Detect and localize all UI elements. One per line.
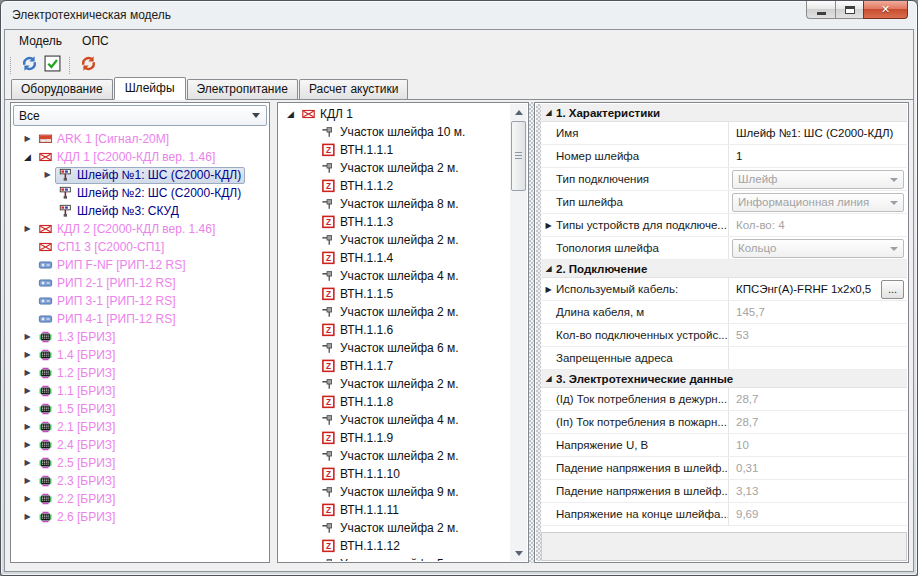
property-row[interactable]: Тип подключенияШлейф xyxy=(541,168,907,191)
property-row[interactable]: Номер шлейфа1 xyxy=(541,145,907,168)
tree-item[interactable]: ◢КДЛ 1 [С2000-КДЛ вер. 1.46] xyxy=(12,148,268,166)
category-expand-icon[interactable]: ◢ xyxy=(541,374,556,383)
tree-item[interactable]: ZВТН.1.1.4 xyxy=(279,249,510,267)
category-row[interactable]: ◢1. Характеристики xyxy=(541,104,907,122)
tree-item[interactable]: Участок шлейфа 8 м. xyxy=(279,195,510,213)
property-row[interactable]: Падение напряжения в шлейф...0,31 xyxy=(541,457,907,480)
collapse-arrow-icon[interactable]: ▶ xyxy=(20,472,35,490)
property-value[interactable]: 145,7 xyxy=(732,306,765,318)
collapse-arrow-icon[interactable]: ▶ xyxy=(20,490,35,508)
category-row[interactable]: ◢3. Электротехнические данные xyxy=(541,370,907,388)
tree-item[interactable]: Участок шлейфа 2 м. xyxy=(279,303,510,321)
tree-item[interactable]: ▶2.3 [БРИЗ] xyxy=(12,472,268,490)
tree-item[interactable]: ▶1.5 [БРИЗ] xyxy=(12,400,268,418)
tree-item[interactable]: ZВТН.1.1.5 xyxy=(279,285,510,303)
minimize-button[interactable] xyxy=(806,1,836,19)
maximize-button[interactable] xyxy=(836,1,863,19)
tree-item[interactable]: Участок шлейфа 10 м. xyxy=(279,123,510,141)
tree-item[interactable]: РИП 2-1 [РИП-12 RS] xyxy=(12,274,268,292)
property-value[interactable]: 28,7 xyxy=(732,393,758,405)
tree-item[interactable]: ▶2.5 [БРИЗ] xyxy=(12,454,268,472)
collapse-arrow-icon[interactable]: ▶ xyxy=(20,328,35,346)
browse-button[interactable]: ... xyxy=(881,280,904,299)
tree-item[interactable]: ZВТН.1.1.7 xyxy=(279,357,510,375)
property-expand-icon[interactable]: ▶ xyxy=(541,285,556,294)
tree-item[interactable]: ZВТН.1.1.11 xyxy=(279,501,510,519)
tree-item[interactable]: ▶2.1 [БРИЗ] xyxy=(12,418,268,436)
collapse-arrow-icon[interactable]: ▶ xyxy=(20,454,35,472)
property-value[interactable]: 1 xyxy=(732,150,742,162)
category-expand-icon[interactable]: ◢ xyxy=(541,108,556,117)
tree-item[interactable]: Шлейф №3: СКУД xyxy=(12,202,268,220)
tree-item[interactable]: ▶ARK 1 [Сигнал-20М] xyxy=(12,130,268,148)
collapse-arrow-icon[interactable]: ▶ xyxy=(20,346,35,364)
menu-item-1[interactable]: Модель xyxy=(9,31,72,51)
tree-item[interactable]: Участок шлейфа 4 м. xyxy=(279,411,510,429)
tree-item[interactable]: РИП 4-1 [РИП-12 RS] xyxy=(12,310,268,328)
tree-item[interactable]: СП1 3 [С2000-СП1] xyxy=(12,238,268,256)
tree-item[interactable]: ▶2.6 [БРИЗ] xyxy=(12,508,268,526)
property-value[interactable]: 10 xyxy=(732,439,749,451)
property-row[interactable]: Запрещенные адреса xyxy=(541,347,907,370)
property-value[interactable]: 53 xyxy=(732,329,749,341)
property-row[interactable]: (Iп) Ток потребления в пожарн...28,7 xyxy=(541,411,907,434)
tree-item[interactable]: ▶2.2 [БРИЗ] xyxy=(12,490,268,508)
property-value[interactable]: 28,7 xyxy=(732,416,758,428)
tree-item[interactable]: Участок шлейфа 2 м. xyxy=(279,231,510,249)
tab-оборудование[interactable]: Оборудование xyxy=(11,79,113,99)
property-row[interactable]: Кол-во подключенных устройс...53 xyxy=(541,324,907,347)
property-row[interactable]: Напряжение U, В10 xyxy=(541,434,907,457)
scrollbar-thumb[interactable] xyxy=(511,121,526,191)
tree-item[interactable]: Шлейф №2: ШС (С2000-КДЛ) xyxy=(12,184,268,202)
property-row[interactable]: Топология шлейфаКольцо xyxy=(541,237,907,260)
tree-item[interactable]: ZВТН.1.1.8 xyxy=(279,393,510,411)
property-value[interactable]: Шлейф №1: ШС (С2000-КДЛ) xyxy=(732,127,893,139)
category-row[interactable]: ◢2. Подключение xyxy=(541,260,907,278)
collapse-arrow-icon[interactable]: ▶ xyxy=(20,364,35,382)
filter-dropdown[interactable]: Все xyxy=(13,105,267,126)
property-row[interactable]: ИмяШлейф №1: ШС (С2000-КДЛ) xyxy=(541,122,907,145)
tree-item[interactable]: ◢КДЛ 1 xyxy=(279,105,510,123)
expand-arrow-icon[interactable]: ◢ xyxy=(283,105,298,123)
tree-item[interactable]: ▶1.4 [БРИЗ] xyxy=(12,346,268,364)
tree-item[interactable]: ZВТН.1.1.12 xyxy=(279,537,510,555)
tree-item[interactable]: ZВТН.1.1.1 xyxy=(279,141,510,159)
property-row[interactable]: Падение напряжения в шлейф...3,13 xyxy=(541,480,907,503)
property-row[interactable]: ▶Используемый кабель:КПСЭнг(А)-FRHF 1x2x… xyxy=(541,278,907,301)
property-value[interactable]: Кол-во: 4 xyxy=(732,219,785,231)
collapse-arrow-icon[interactable]: ▶ xyxy=(20,130,35,148)
tree-item[interactable]: Участок шлейфа 2 м. xyxy=(279,447,510,465)
tree-item[interactable]: ▶2.4 [БРИЗ] xyxy=(12,436,268,454)
vertical-scrollbar[interactable] xyxy=(510,104,527,561)
tree-item[interactable]: РИП 3-1 [РИП-12 RS] xyxy=(12,292,268,310)
category-expand-icon[interactable]: ◢ xyxy=(541,264,556,273)
tree-item[interactable]: Участок шлейфа 6 м. xyxy=(279,339,510,357)
menu-item-2[interactable]: ОПС xyxy=(72,31,119,51)
property-value[interactable]: 9,69 xyxy=(732,508,758,520)
tree-item[interactable]: ZВТН.1.1.3 xyxy=(279,213,510,231)
tree-item[interactable]: ▶КДЛ 2 [С2000-КДЛ вер. 1.46] xyxy=(12,220,268,238)
tree-item[interactable]: ZВТН.1.1.6 xyxy=(279,321,510,339)
property-value[interactable]: КПСЭнг(А)-FRHF 1x2x0,5 xyxy=(732,283,871,295)
property-value[interactable]: 3,13 xyxy=(732,485,758,497)
property-dropdown[interactable]: Информационная линия xyxy=(732,193,904,212)
property-dropdown[interactable]: Шлейф xyxy=(732,170,904,189)
collapse-arrow-icon[interactable]: ▶ xyxy=(20,220,35,238)
close-button[interactable]: ✕ xyxy=(863,1,908,19)
scroll-down-button[interactable] xyxy=(510,545,527,561)
tree-item[interactable]: Участок шлейфа 4 м. xyxy=(279,267,510,285)
collapse-arrow-icon[interactable]: ▶ xyxy=(20,418,35,436)
property-row[interactable]: Напряжение на конце шлейфа...9,69 xyxy=(541,503,907,526)
tree-item[interactable]: Участок шлейфа 2 м. xyxy=(279,375,510,393)
tree-item[interactable]: Участок шлейфа 2 м. xyxy=(279,519,510,537)
validate-button[interactable] xyxy=(41,54,64,77)
tab-электропитание[interactable]: Электропитание xyxy=(187,79,298,99)
property-value[interactable]: 0,31 xyxy=(732,462,758,474)
property-row[interactable]: ▶Типы устройств для подключе...Кол-во: 4 xyxy=(541,214,907,237)
property-expand-icon[interactable]: ▶ xyxy=(541,221,556,230)
tree-item[interactable]: ▶Шлейф №1: ШС (С2000-КДЛ) xyxy=(12,166,268,184)
tree-item[interactable]: Участок шлейфа 5 м. xyxy=(279,555,510,561)
refresh-button[interactable] xyxy=(18,54,41,77)
collapse-arrow-icon[interactable]: ▶ xyxy=(40,166,55,184)
expand-arrow-icon[interactable]: ◢ xyxy=(20,148,35,166)
